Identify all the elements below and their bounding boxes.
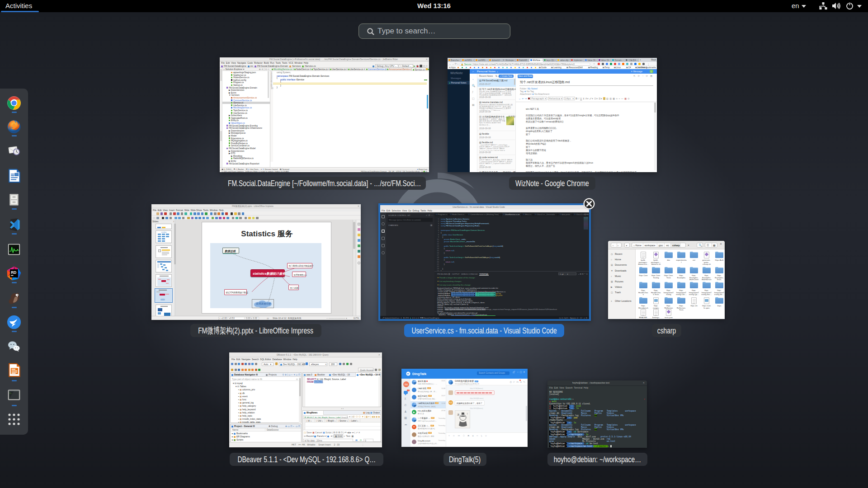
svg-text:>_: >_ — [9, 392, 12, 394]
svg-text:!: ! — [467, 413, 467, 415]
svg-text:洗: 洗 — [457, 413, 460, 417]
svg-text:RD: RD — [11, 270, 16, 275]
